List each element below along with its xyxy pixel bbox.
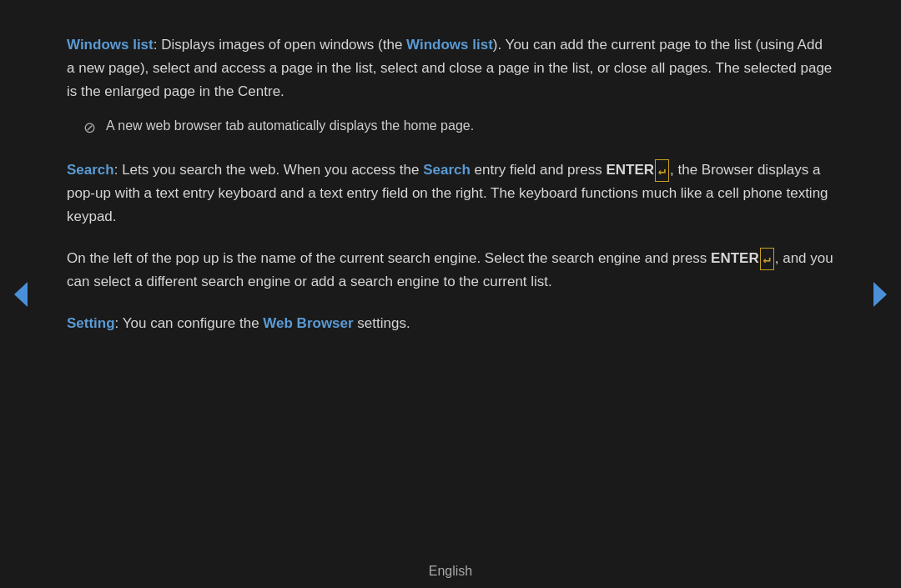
setting-paragraph: Setting: You can configure the Web Brows… bbox=[67, 312, 834, 335]
setting-text-2: settings. bbox=[354, 315, 410, 331]
windows-list-text-1: : Displays images of open windows (the bbox=[154, 37, 406, 53]
search-paragraph: Search: Lets you search the web. When yo… bbox=[67, 158, 834, 229]
web-browser-term: Web Browser bbox=[263, 315, 353, 331]
enter-bold-2: ENTER bbox=[711, 250, 759, 266]
nav-arrow-left[interactable] bbox=[8, 278, 33, 311]
footer: English bbox=[0, 555, 901, 588]
svg-marker-0 bbox=[14, 282, 28, 307]
enter-icon-2: ↵ bbox=[760, 248, 774, 270]
windows-list-paragraph: Windows list: Displays images of open wi… bbox=[67, 33, 834, 103]
setting-term: Setting bbox=[67, 315, 115, 331]
search-engine-paragraph: On the left of the pop up is the name of… bbox=[67, 247, 834, 294]
enter-icon-1: ↵ bbox=[655, 159, 669, 182]
setting-text-1: : You can configure the bbox=[115, 315, 264, 331]
note-text: A new web browser tab automatically disp… bbox=[106, 115, 474, 137]
language-label: English bbox=[429, 560, 472, 582]
note-icon: ⊘ bbox=[83, 116, 96, 140]
windows-list-term-1: Windows list bbox=[67, 37, 154, 53]
enter-bold-1: ENTER bbox=[606, 162, 654, 178]
note-block: ⊘ A new web browser tab automatically di… bbox=[67, 115, 834, 140]
search-engine-text-1: On the left of the pop up is the name of… bbox=[67, 250, 711, 266]
windows-list-term-2: Windows list bbox=[406, 37, 493, 53]
nav-arrow-right[interactable] bbox=[868, 278, 893, 311]
search-term-2: Search bbox=[423, 162, 471, 178]
svg-marker-1 bbox=[873, 282, 887, 307]
search-text-1: : Lets you search the web. When you acce… bbox=[114, 162, 423, 178]
search-text-2: entry field and press bbox=[471, 162, 607, 178]
search-term-1: Search bbox=[67, 162, 114, 178]
main-content: Windows list: Displays images of open wi… bbox=[0, 0, 901, 555]
